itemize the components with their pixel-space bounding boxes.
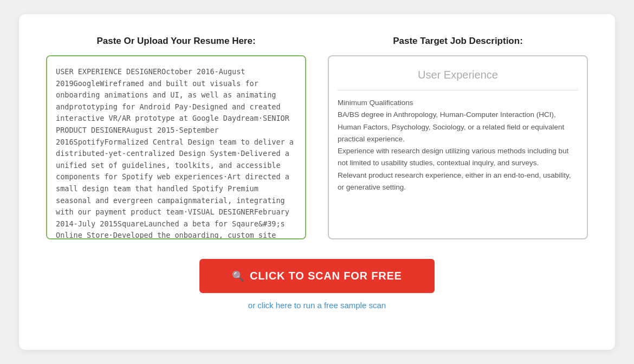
main-card: Paste Or Upload Your Resume Here: Paste … [19, 14, 615, 350]
job-desc-box[interactable]: User Experience Minimum Qualifications B… [328, 55, 588, 239]
columns-row: Paste Or Upload Your Resume Here: Paste … [46, 36, 588, 239]
scan-button[interactable]: 🔍 CLICK TO SCAN FOR FREE [199, 259, 434, 293]
resume-column: Paste Or Upload Your Resume Here: [46, 36, 306, 239]
job-title-placeholder: User Experience [338, 66, 578, 90]
job-desc-content: Minimum Qualifications BA/BS degree in A… [338, 97, 578, 193]
resume-textarea[interactable] [46, 55, 306, 239]
scan-icon: 🔍 [232, 270, 244, 282]
scan-button-label: CLICK TO SCAN FOR FREE [250, 270, 402, 282]
job-column: Paste Target Job Description: User Exper… [328, 36, 588, 239]
job-column-title: Paste Target Job Description: [393, 36, 523, 47]
actions-row: 🔍 CLICK TO SCAN FOR FREE or click here t… [46, 259, 588, 310]
resume-column-title: Paste Or Upload Your Resume Here: [96, 36, 255, 47]
sample-scan-link[interactable]: or click here to run a free sample scan [248, 301, 386, 310]
